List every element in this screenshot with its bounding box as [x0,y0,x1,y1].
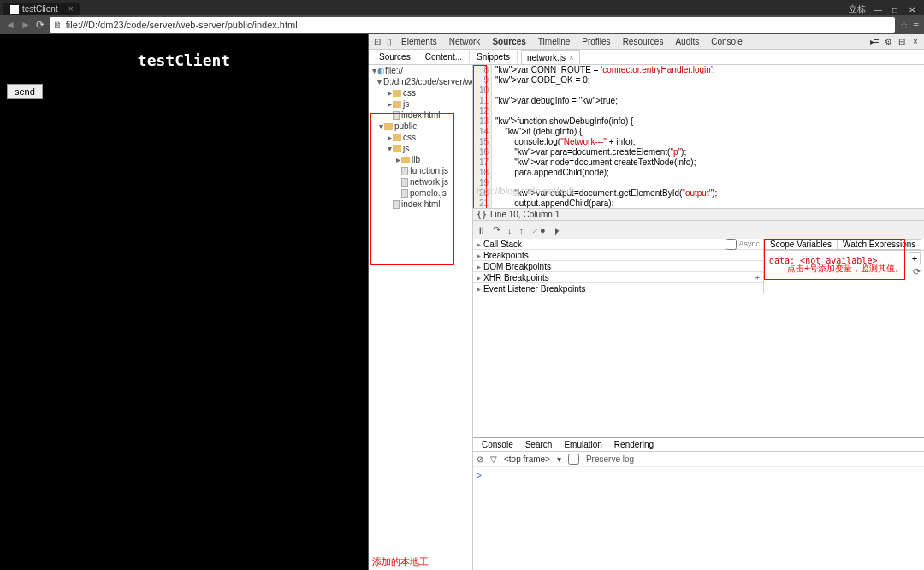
preserve-log-label: Preserve log [586,454,634,464]
tab-title: testClient [22,4,58,14]
drawer-tab-emulation[interactable]: Emulation [559,440,607,449]
reload-icon[interactable]: ⟳ [36,19,44,31]
code-editor[interactable]: 8910111213141516171819202122232425262728… [473,65,924,208]
code-content: "kw">var CONN_ROUTE = 'connector.entryHa… [492,65,924,208]
tree-lib[interactable]: ▸lib [369,154,472,165]
filter-icon[interactable]: ▽ [490,454,497,464]
panel-event-bp[interactable]: ▸Event Listener Breakpoints [473,283,763,294]
add-watch-button[interactable]: + [909,252,921,264]
inspect-icon[interactable]: ⊡ [372,37,382,47]
tree-workspace[interactable]: ▾D:/dm23/code/server/we [369,76,472,87]
pause-icon[interactable]: ⏸ [477,225,486,235]
tab-console[interactable]: Console [706,35,748,48]
deactivate-icon[interactable]: ⟋● [530,225,546,235]
tab-watch-expr[interactable]: Watch Expressions [837,239,921,250]
drawer-tab-search[interactable]: Search [520,440,558,449]
subtab-content[interactable]: Content... [418,50,470,63]
tree-index1[interactable]: index.html [369,110,472,121]
step-over-icon[interactable]: ↷ [493,224,500,235]
console-prompt: > [477,471,482,480]
annotation-text-1: 添加的本地工 [372,555,429,568]
subtab-snippets[interactable]: Snippets [470,50,518,63]
browser-tab[interactable]: testClient × [3,3,80,15]
panel-call-stack[interactable]: ▸Call StackAsync [473,239,763,250]
maximize-icon[interactable]: □ [890,4,900,15]
tree-js2[interactable]: ▾js [369,143,472,154]
open-file-tab[interactable]: network.js × [521,50,580,64]
tab-sources[interactable]: Sources [487,35,530,48]
pause-exceptions-icon[interactable]: ⏵ [553,225,562,235]
panel-dom-bp[interactable]: ▸DOM Breakpoints [473,261,763,272]
drawer-tab-rendering[interactable]: Rendering [609,440,659,449]
drawer-icon[interactable]: ▸= [869,37,880,47]
forward-icon[interactable]: ► [21,19,31,31]
frame-dropdown-icon[interactable]: ▾ [557,454,561,464]
settings-icon[interactable]: ⚙ [883,37,893,47]
step-out-icon[interactable]: ↑ [519,225,524,235]
devtools-panel: ⊡ ▯ Elements Network Sources Timeline Pr… [368,34,924,570]
tree-css2[interactable]: ▸css [369,132,472,143]
subtab-sources[interactable]: Sources [372,50,418,63]
page-viewport: testClient send [0,34,368,570]
close-devtools-icon[interactable]: × [910,37,921,47]
panel-breakpoints[interactable]: ▸Breakpoints [473,250,763,261]
annotation-text-3: 点击+号添加变量，监测其值。 [787,263,903,275]
minimize-icon[interactable]: — [873,4,883,15]
step-into-icon[interactable]: ↓ [507,225,512,235]
tree-function[interactable]: function.js [369,165,472,176]
url-text: file:///D:/dm23/code/server/web-server/p… [66,20,298,30]
url-bar[interactable]: 🗎 file:///D:/dm23/code/server/web-server… [50,17,895,33]
tree-pomelo[interactable]: pomelo.js [369,187,472,199]
tab-elements[interactable]: Elements [396,35,442,48]
drawer-tab-console[interactable]: Console [477,440,518,449]
file-tab-label: network.js [527,53,566,62]
page-icon [10,5,19,14]
panel-xhr-bp[interactable]: ▸XHR Breakpoints+ [473,272,763,283]
frame-selector[interactable]: <top frame> [504,454,550,464]
console-input[interactable]: > [473,467,924,570]
tab-audits[interactable]: Audits [670,35,704,48]
close-icon[interactable]: × [68,4,74,14]
file-icon: 🗎 [53,20,62,30]
tree-js1[interactable]: ▸js [369,98,472,110]
send-button[interactable]: send [7,84,43,99]
device-icon[interactable]: ▯ [384,37,394,47]
close-file-icon[interactable]: × [569,53,574,62]
refresh-watch-icon[interactable]: ⟳ [913,266,921,277]
tab-scope-vars[interactable]: Scope Variables [764,239,837,250]
tree-root[interactable]: ▾◐ file:// [369,65,472,76]
cursor-status: Line 10, Column 1 [490,210,560,219]
braces-icon[interactable]: {} [477,210,487,219]
tab-network[interactable]: Network [444,35,486,48]
profile-label: 立栋 [849,3,866,15]
tree-css1[interactable]: ▸css [369,87,472,98]
tree-network[interactable]: network.js [369,176,472,187]
bookmark-icon[interactable]: ☆ [900,20,909,31]
dock-icon[interactable]: ⊟ [897,37,907,47]
preserve-log-checkbox[interactable] [568,454,579,465]
add-xhr-icon[interactable]: + [755,273,760,282]
menu-icon[interactable]: ≡ [914,20,919,30]
file-navigator: ▾◐ file:// ▾D:/dm23/code/server/we ▸css … [369,65,473,570]
debug-toolbar: ⏸ ↷ ↓ ↑ ⟋● ⏵ [473,220,924,239]
clear-console-icon[interactable]: ⊘ [477,454,483,464]
async-checkbox[interactable] [726,239,737,250]
tree-index2[interactable]: index.html [369,199,472,210]
back-icon[interactable]: ◄ [5,19,15,31]
line-gutter[interactable]: 8910111213141516171819202122232425262728… [473,65,492,208]
tab-profiles[interactable]: Profiles [577,35,615,48]
page-heading: testClient [10,51,358,69]
close-window-icon[interactable]: ✕ [907,4,917,15]
tree-public[interactable]: ▾public [369,121,472,132]
tab-resources[interactable]: Resources [618,35,669,48]
tab-timeline[interactable]: Timeline [533,35,575,48]
